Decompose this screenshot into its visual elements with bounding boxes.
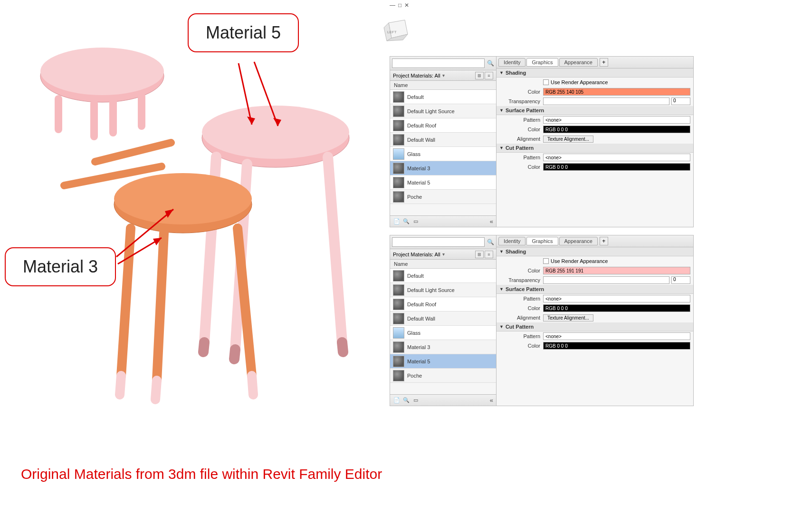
add-tab-button[interactable]: + [600, 58, 608, 67]
material-item[interactable]: Default Roof [390, 297, 496, 311]
cp-pattern-label: Pattern [499, 333, 543, 339]
cp-color-swatch[interactable]: RGB 0 0 0 [543, 342, 690, 350]
material-item[interactable]: Default Wall [390, 311, 496, 326]
tab-graphics[interactable]: Graphics [526, 237, 558, 245]
cp-pattern-value[interactable]: <none> [543, 332, 690, 340]
add-tab-button[interactable]: + [600, 237, 608, 245]
material-swatch-icon [393, 270, 404, 282]
section-cut-pattern[interactable]: ▼Cut Pattern [497, 144, 693, 153]
material-name: Default Wall [407, 316, 435, 321]
material-list[interactable]: DefaultDefault Light SourceDefault RoofD… [390, 269, 496, 394]
maximize-icon[interactable]: □ [398, 2, 401, 9]
material-item[interactable]: Glass [390, 147, 496, 161]
material-item[interactable]: Poche [390, 369, 496, 383]
use-render-checkbox[interactable] [543, 79, 549, 85]
alignment-label: Alignment [499, 136, 543, 142]
cp-color-swatch[interactable]: RGB 0 0 0 [543, 163, 690, 171]
preview-icon[interactable]: ▭ [412, 397, 420, 404]
transparency-value[interactable]: 0 [671, 97, 690, 105]
library-icon[interactable]: 🔍 [402, 218, 410, 225]
sp-color-swatch[interactable]: RGB 0 0 0 [543, 126, 690, 133]
material-swatch-icon [393, 91, 404, 103]
tab-appearance[interactable]: Appearance [559, 58, 598, 67]
alignment-label: Alignment [499, 315, 543, 321]
material-swatch-icon [393, 284, 404, 296]
filter-label[interactable]: Project Materials: All [393, 252, 440, 257]
material-name: Material 5 [407, 359, 430, 364]
material-item[interactable]: Default Light Source [390, 283, 496, 297]
cp-color-label: Color [499, 164, 543, 170]
view-grid-icon[interactable]: ⊞ [475, 72, 484, 79]
material-item[interactable]: Default Wall [390, 133, 496, 147]
material-item[interactable]: Default [390, 90, 496, 104]
view-list-icon[interactable]: ≡ [485, 251, 493, 258]
use-render-checkbox[interactable] [543, 258, 549, 264]
pattern-label: Pattern [499, 296, 543, 302]
collapse-icon[interactable]: « [490, 218, 493, 225]
material-item[interactable]: Material 5 [390, 354, 496, 369]
svg-rect-3 [90, 100, 98, 140]
material-swatch-icon [393, 191, 404, 203]
library-icon[interactable]: 🔍 [402, 397, 410, 404]
section-shading[interactable]: ▼Shading [497, 68, 693, 78]
viewcube[interactable]: LEFT [380, 13, 413, 47]
minimize-icon[interactable]: — [390, 2, 395, 9]
chevron-down-icon[interactable]: ▾ [442, 252, 445, 257]
material-item[interactable]: Material 3 [390, 340, 496, 354]
search-input[interactable] [392, 237, 485, 247]
preview-icon[interactable]: ▭ [412, 218, 420, 225]
tab-identity[interactable]: Identity [498, 58, 525, 67]
search-icon[interactable]: 🔍 [487, 59, 494, 67]
cp-pattern-value[interactable]: <none> [543, 154, 690, 161]
search-input[interactable] [392, 58, 485, 68]
material-item[interactable]: Poche [390, 190, 496, 204]
collapse-icon[interactable]: « [490, 397, 493, 404]
new-material-icon[interactable]: 📄 [393, 397, 401, 404]
sp-color-label: Color [499, 126, 543, 132]
material-list[interactable]: DefaultDefault Light SourceDefault RoofD… [390, 90, 496, 215]
texture-alignment-button[interactable]: Texture Alignment... [543, 136, 593, 143]
color-swatch[interactable]: RGB 255 191 191 [543, 267, 690, 274]
color-label: Color [499, 268, 543, 273]
section-surface-pattern[interactable]: ▼Surface Pattern [497, 106, 693, 115]
svg-rect-5 [109, 97, 117, 136]
material-item[interactable]: Glass [390, 326, 496, 340]
tab-graphics[interactable]: Graphics [526, 58, 558, 67]
material-item[interactable]: Default Light Source [390, 104, 496, 118]
transparency-slider[interactable] [543, 97, 669, 105]
new-material-icon[interactable]: 📄 [393, 218, 401, 225]
transparency-value[interactable]: 0 [671, 276, 690, 284]
material-swatch-icon [393, 327, 404, 339]
svg-point-7 [202, 106, 349, 159]
view-list-icon[interactable]: ≡ [485, 72, 493, 79]
material-item[interactable]: Material 5 [390, 175, 496, 190]
filter-label[interactable]: Project Materials: All [393, 73, 440, 78]
color-swatch[interactable]: RGB 255 140 105 [543, 88, 690, 96]
material-item[interactable]: Default Roof [390, 118, 496, 133]
search-icon[interactable]: 🔍 [487, 238, 494, 246]
view-grid-icon[interactable]: ⊞ [475, 251, 484, 258]
tab-identity[interactable]: Identity [498, 237, 525, 245]
material-name: Glass [407, 330, 420, 336]
material-item[interactable]: Material 3 [390, 161, 496, 175]
svg-rect-2 [55, 95, 62, 133]
tab-appearance[interactable]: Appearance [559, 237, 598, 245]
section-shading[interactable]: ▼Shading [497, 247, 693, 256]
material-swatch-icon [393, 313, 404, 324]
color-label: Color [499, 89, 543, 95]
material-item[interactable]: Default [390, 269, 496, 283]
callout-label: Material 3 [23, 257, 98, 276]
svg-point-9 [114, 173, 252, 224]
section-surface-pattern[interactable]: ▼Surface Pattern [497, 285, 693, 294]
chevron-down-icon[interactable]: ▾ [442, 73, 445, 78]
close-icon[interactable]: ✕ [404, 2, 409, 9]
sp-color-swatch[interactable]: RGB 0 0 0 [543, 304, 690, 312]
texture-alignment-button[interactable]: Texture Alignment... [543, 314, 593, 321]
material-swatch-icon [393, 106, 404, 117]
material-swatch-icon [393, 148, 404, 160]
pattern-value[interactable]: <none> [543, 295, 690, 302]
transparency-slider[interactable] [543, 276, 669, 284]
section-cut-pattern[interactable]: ▼Cut Pattern [497, 322, 693, 331]
pattern-value[interactable]: <none> [543, 116, 690, 124]
list-header: Name [390, 260, 496, 269]
